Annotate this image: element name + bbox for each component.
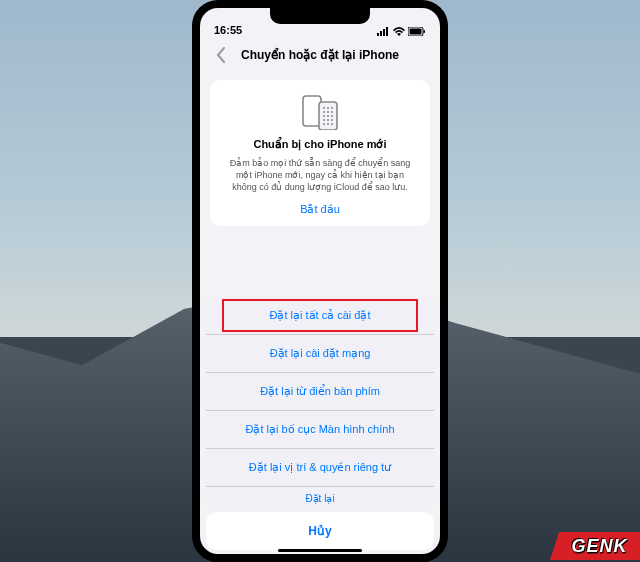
svg-point-16 [327,115,329,117]
sheet-item-reset-home[interactable]: Đặt lại bố cục Màn hình chính [206,411,434,449]
battery-icon [408,27,426,36]
status-indicators [377,27,426,36]
svg-point-19 [327,119,329,121]
signal-icon [377,27,390,36]
svg-point-15 [323,115,325,117]
notch [270,8,370,24]
svg-rect-6 [424,30,426,33]
phone-frame: 16:55 Chuyển hoặc đặt lại iPhone [192,0,448,562]
svg-point-9 [323,107,325,109]
card-description: Đảm bảo mọi thứ sẵn sàng để chuyển sang … [222,157,418,193]
svg-point-20 [331,119,333,121]
home-indicator[interactable] [278,549,362,552]
svg-point-11 [331,107,333,109]
svg-point-21 [323,123,325,125]
sheet-item-reset-all[interactable]: Đặt lại tất cả cài đặt [206,297,434,335]
svg-rect-2 [383,29,385,36]
devices-icon [222,94,418,130]
status-time: 16:55 [214,24,242,36]
sheet-item-reset-location[interactable]: Đặt lại vị trí & quyền riêng tư [206,449,434,487]
svg-rect-5 [410,29,422,35]
nav-title: Chuyển hoặc đặt lại iPhone [241,48,399,62]
back-button[interactable] [206,40,236,70]
sheet-item-reset-network[interactable]: Đặt lại cài đặt mạng [206,335,434,373]
svg-point-12 [323,111,325,113]
svg-point-13 [327,111,329,113]
sheet-item-partial[interactable]: Đặt lại [206,487,434,506]
card-title: Chuẩn bị cho iPhone mới [222,138,418,151]
watermark-logo: GENK [550,532,640,560]
action-sheet: Đặt lại tất cả cài đặt Đặt lại cài đặt m… [206,297,434,550]
svg-rect-1 [380,31,382,36]
wifi-icon [393,27,405,36]
svg-point-10 [327,107,329,109]
svg-rect-0 [377,33,379,36]
chevron-left-icon [216,47,226,63]
cancel-button[interactable]: Hủy [206,512,434,550]
svg-rect-3 [386,27,388,36]
card-cta[interactable]: Bắt đầu [222,203,418,216]
nav-bar: Chuyển hoặc đặt lại iPhone [200,38,440,72]
svg-point-18 [323,119,325,121]
watermark-text: GENK [572,536,628,557]
svg-point-14 [331,111,333,113]
sheet-options: Đặt lại tất cả cài đặt Đặt lại cài đặt m… [206,297,434,506]
sheet-item-reset-keyboard[interactable]: Đặt lại từ điển bàn phím [206,373,434,411]
svg-point-17 [331,115,333,117]
prepare-card: Chuẩn bị cho iPhone mới Đảm bảo mọi thứ … [210,80,430,226]
svg-point-23 [331,123,333,125]
svg-point-22 [327,123,329,125]
